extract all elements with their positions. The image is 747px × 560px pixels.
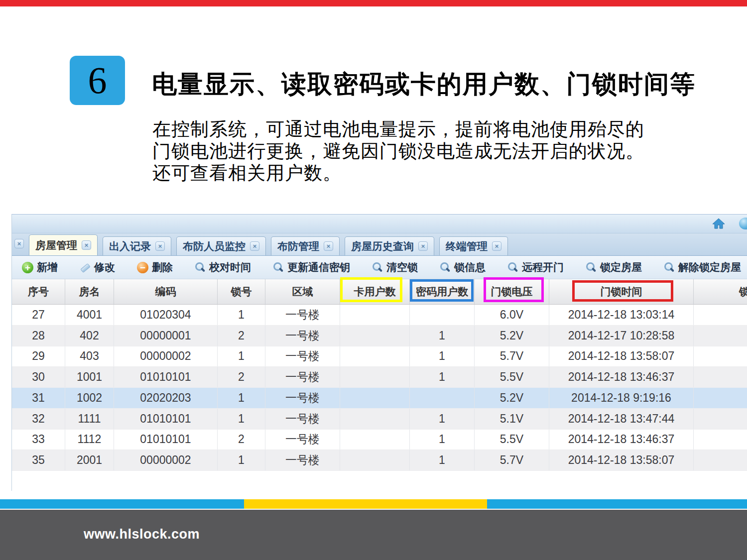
table-row[interactable]: 29 403 00000002 1 一号楼 1 5.7V 2014-12-18 … [12,346,747,367]
delete-button[interactable]: − 删除 [137,260,173,274]
table-row-selected[interactable]: 31 1002 02020203 1 一号楼 5.2V 2014-12-18 9… [12,388,747,409]
col-header-seq[interactable]: 序号 [12,279,65,304]
footer-accent-stripe [0,499,747,509]
edit-button[interactable]: 修改 [80,260,115,274]
col-header-code[interactable]: 编码 [114,279,218,304]
footer-url: www.hlslock.com [84,527,200,542]
highlight-box-lock-voltage [484,277,544,302]
tab-strip: × 房屋管理 × 出入记录 × 布防人员监控 × 布防管理 × 房屋历史查询 × [12,233,747,256]
add-button[interactable]: + 新增 [22,260,58,274]
unlock-house-button[interactable]: 解除锁定房屋 [664,260,741,274]
top-accent-bar [0,0,747,6]
search-icon [195,262,206,273]
tab-label: 终端管理 [446,239,488,253]
stripe-blue-left [0,499,244,509]
toolbar: + 新增 修改 − 删除 校对时间 更新通信密钥 清空锁 [12,256,747,279]
table-body: 27 4001 01020304 1 一号楼 6.0V 2014-12-18 1… [12,305,747,471]
add-icon: + [22,262,33,273]
table-row[interactable]: 33 1112 01010101 2 一号楼 1 5.5V 2014-12-18… [12,430,747,450]
clipped-header-text: 锁 [739,279,747,304]
tab-terminal-management[interactable]: 终端管理 × [439,236,508,255]
app-screenshot: × 房屋管理 × 出入记录 × 布防人员监控 × 布防管理 × 房屋历史查询 × [11,214,747,491]
section-number-badge: 6 [70,56,125,105]
body-text: 在控制系统，可通过电池电量提示，提前将电池使用殆尽的 门锁电池进行更换，避免因门… [152,118,644,184]
clear-lock-button[interactable]: 清空锁 [372,260,418,274]
table-row[interactable]: 27 4001 01020304 1 一号楼 6.0V 2014-12-18 1… [12,305,747,326]
stripe-yellow [244,499,487,509]
update-comm-key-button[interactable]: 更新通信密钥 [273,260,350,274]
search-icon [372,262,383,273]
tab-close-icon[interactable]: × [155,241,165,251]
lock-house-button[interactable]: 锁定房屋 [586,260,642,274]
col-header-room-name[interactable]: 房名 [65,279,114,304]
page-title: 电量显示、读取密码或卡的用户数、门锁时间等 [152,68,696,101]
calibrate-time-button[interactable]: 校对时间 [195,260,251,274]
tab-house-management[interactable]: 房屋管理 × [29,234,98,255]
app-topbar [12,215,747,233]
col-header-lock-no[interactable]: 锁号 [218,279,265,304]
table-row[interactable]: 28 402 00000001 2 一号楼 1 5.2V 2014-12-17 … [12,326,747,346]
tab-access-records[interactable]: 出入记录 × [103,236,171,255]
col-header-area[interactable]: 区域 [265,279,340,304]
search-icon [586,262,597,273]
highlight-box-card-users [340,277,402,302]
tab-guard-personnel-monitor[interactable]: 布防人员监控 × [176,236,266,255]
tab-close-icon[interactable]: × [418,241,428,251]
edit-icon [80,262,91,273]
tab-close-icon[interactable]: × [492,241,501,251]
body-line: 门锁电池进行更换，避免因门锁没电造成无法开启的状况。 [152,140,644,162]
tab-house-history-query[interactable]: 房屋历史查询 × [345,236,434,255]
search-icon [664,262,675,273]
tab-label: 房屋管理 [35,238,77,252]
table-row[interactable]: 35 2001 00000002 1 一号楼 1 5.7V 2014-12-18… [12,450,747,471]
highlight-box-password-users [410,279,474,302]
table-row[interactable]: 32 1111 01010101 1 一号楼 1 5.1V 2014-12-18… [12,409,747,430]
highlight-box-lock-time [572,280,673,302]
search-icon [273,262,284,273]
search-icon [507,262,518,273]
tab-label: 布防管理 [277,239,319,253]
home-icon[interactable] [712,218,725,229]
delete-icon: − [137,262,148,273]
close-all-tabs-icon[interactable]: × [14,239,24,248]
tab-label: 房屋历史查询 [351,239,414,253]
slide: 6 电量显示、读取密码或卡的用户数、门锁时间等 在控制系统，可通过电池电量提示，… [0,0,747,560]
tab-close-icon[interactable]: × [250,241,259,251]
footer-bar: www.hlslock.com [0,510,747,560]
tab-close-icon[interactable]: × [324,241,333,251]
tab-close-icon[interactable]: × [82,240,91,250]
lock-info-button[interactable]: 锁信息 [440,260,486,274]
tab-guard-management[interactable]: 布防管理 × [271,236,340,255]
tab-label: 布防人员监控 [183,239,246,253]
body-line: 在控制系统，可通过电池电量提示，提前将电池使用殆尽的 [152,118,644,140]
body-line: 还可查看相关用户数。 [152,162,644,184]
table-row[interactable]: 30 1001 01010101 2 一号楼 1 5.5V 2014-12-18… [12,367,747,388]
tab-label: 出入记录 [109,239,151,253]
search-icon [440,262,451,273]
circle-icon[interactable] [739,218,747,229]
remote-open-door-button[interactable]: 远程开门 [507,260,564,274]
stripe-blue-right [487,499,747,509]
